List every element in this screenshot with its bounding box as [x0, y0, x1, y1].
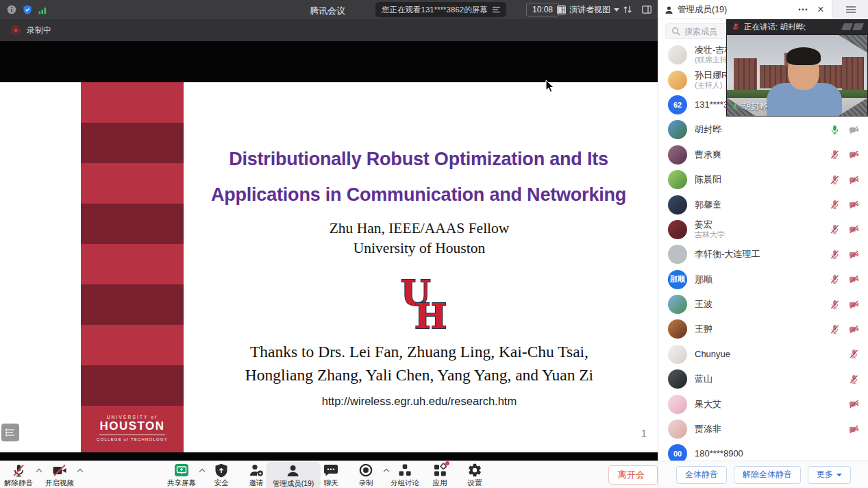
share-screen-button[interactable]: 共享屏幕: [167, 463, 196, 488]
member-row[interactable]: Chunyue: [658, 342, 868, 367]
member-name: 贾涤非: [695, 424, 721, 434]
member-person-icon: [665, 5, 673, 14]
recording-dot-icon: [11, 25, 21, 35]
camera-status-icon: [849, 125, 859, 135]
speaker-video-thumbnail[interactable]: 胡封晔: [726, 34, 868, 117]
avatar: [668, 170, 687, 189]
member-row[interactable]: 果大艾: [658, 391, 868, 416]
avatar: [668, 345, 687, 364]
view-mode-label: 演讲者视图: [569, 4, 610, 16]
members-panel-title: 管理成员(19): [678, 4, 727, 16]
muted-mic-icon: [732, 23, 740, 31]
shield-icon[interactable]: [23, 5, 32, 14]
members-person-icon: [286, 463, 301, 478]
unmute-all-button[interactable]: 解除全体静音: [734, 466, 801, 484]
unmute-button[interactable]: 解除静音: [4, 463, 33, 488]
member-name: 果大艾: [695, 400, 721, 409]
member-row[interactable]: 王翀: [658, 317, 868, 341]
member-name: 胡封晔: [695, 125, 721, 134]
breakout-squares-icon: [397, 463, 412, 478]
invite-button[interactable]: 邀请: [249, 463, 264, 488]
member-row[interactable]: 姜宏 吉林大学: [658, 217, 868, 242]
security-button[interactable]: 安全: [214, 463, 229, 488]
mic-status-icon: [830, 224, 840, 234]
member-row[interactable]: 曹承爽: [658, 143, 868, 167]
security-shield-icon: [214, 463, 228, 478]
avatar: [668, 145, 687, 164]
start-video-button[interactable]: 开启视频: [45, 463, 74, 488]
member-row[interactable]: 贾涤非: [658, 417, 868, 441]
unmute-options-chevron[interactable]: [36, 468, 42, 474]
avatar: [668, 195, 687, 215]
chat-bubble-icon: [323, 463, 338, 478]
member-subtitle: 吉林大学: [695, 230, 725, 239]
avatar: [668, 245, 687, 264]
layout-icon: [557, 5, 566, 14]
settings-button[interactable]: 设置: [467, 463, 482, 488]
avatar: [668, 120, 687, 139]
leave-meeting-button[interactable]: 离开会议: [608, 465, 658, 485]
camera-status-icon: [849, 324, 859, 334]
share-options-chevron[interactable]: [199, 468, 206, 474]
settings-gear-icon: [467, 463, 482, 478]
avatar: [668, 295, 687, 314]
camera-status-icon: [849, 274, 859, 284]
apps-button[interactable]: 应用: [432, 463, 447, 488]
mic-status-icon: [849, 374, 859, 385]
meeting-toolbar: 解除静音 开启视频 共享屏幕 安全 邀请 管理成员(19) 聊天: [0, 461, 658, 488]
slide-author: Zhu Han, IEEE/AAAS Fellow University of …: [179, 219, 659, 258]
member-name: 郭馨童: [695, 200, 721, 210]
microphone-muted-icon: [12, 463, 26, 478]
avatar: 那顺: [668, 270, 687, 289]
mic-status-icon: [849, 349, 859, 359]
camera-status-icon: [849, 300, 859, 310]
avatar: [668, 369, 687, 389]
member-row[interactable]: 胡封晔: [658, 117, 868, 142]
banner-menu-icon[interactable]: [493, 6, 500, 13]
mic-status-icon: [830, 249, 840, 260]
record-button[interactable]: 录制: [358, 463, 373, 488]
member-name: 姜宏: [695, 220, 725, 230]
network-signal-icon[interactable]: [38, 5, 47, 14]
side-panel-icon[interactable]: [641, 4, 652, 15]
slide-navigator-button[interactable]: [1, 424, 19, 441]
mouse-cursor: [545, 80, 555, 93]
video-options-chevron[interactable]: [77, 468, 84, 474]
member-row[interactable]: 那顺 那顺: [658, 267, 868, 292]
mic-status-icon: [830, 300, 840, 310]
chat-button[interactable]: 聊天: [323, 463, 338, 488]
swap-layout-icon[interactable]: [622, 4, 633, 15]
recording-indicator: 录制中: [0, 19, 658, 41]
camera-off-icon: [52, 463, 67, 478]
record-options-chevron[interactable]: [384, 468, 390, 474]
member-row[interactable]: 李轩衡-大连理工: [658, 242, 868, 267]
avatar: [668, 419, 687, 439]
member-name: 王翀: [695, 324, 712, 334]
member-row[interactable]: 蓝山: [658, 367, 868, 391]
breakout-rooms-button[interactable]: 分组讨论: [390, 463, 419, 488]
avatar: 00: [668, 444, 687, 461]
window-menu-button[interactable]: [832, 0, 868, 19]
member-row[interactable]: 陈晨阳: [658, 167, 868, 192]
info-icon[interactable]: [7, 5, 16, 14]
screen-share-stage: 录制中 UNIVERSITY of HOUSTON COLLEGE of TEC…: [0, 19, 658, 461]
member-name: 陈晨阳: [695, 175, 721, 184]
video-name-tag: 胡封晔: [731, 101, 768, 112]
camera-status-icon: [849, 249, 859, 260]
avatar: 62: [668, 95, 687, 114]
member-row[interactable]: 王波: [658, 292, 868, 317]
manage-members-button[interactable]: 管理成员(19): [266, 462, 321, 488]
panel-more-button[interactable]: [795, 3, 810, 16]
camera-status-icon: [849, 424, 859, 435]
window-top-bar: 腾讯会议 您正在观看131****3862的屏幕 10:08 演讲者视图: [0, 0, 658, 19]
more-actions-button[interactable]: 更多: [808, 466, 851, 484]
panel-close-button[interactable]: ×: [813, 2, 828, 17]
mic-status-icon: [830, 149, 840, 160]
member-row[interactable]: 郭馨童: [658, 192, 868, 217]
apps-notification-dot: [445, 461, 449, 465]
view-mode-button[interactable]: 演讲者视图: [557, 4, 619, 16]
university-of-houston-banner: UNIVERSITY of HOUSTON COLLEGE of TECHNOL…: [81, 406, 184, 452]
member-row[interactable]: 00 180****8900: [658, 441, 868, 461]
member-name: 那顺: [695, 275, 712, 284]
mute-all-button[interactable]: 全体静音: [676, 466, 727, 484]
